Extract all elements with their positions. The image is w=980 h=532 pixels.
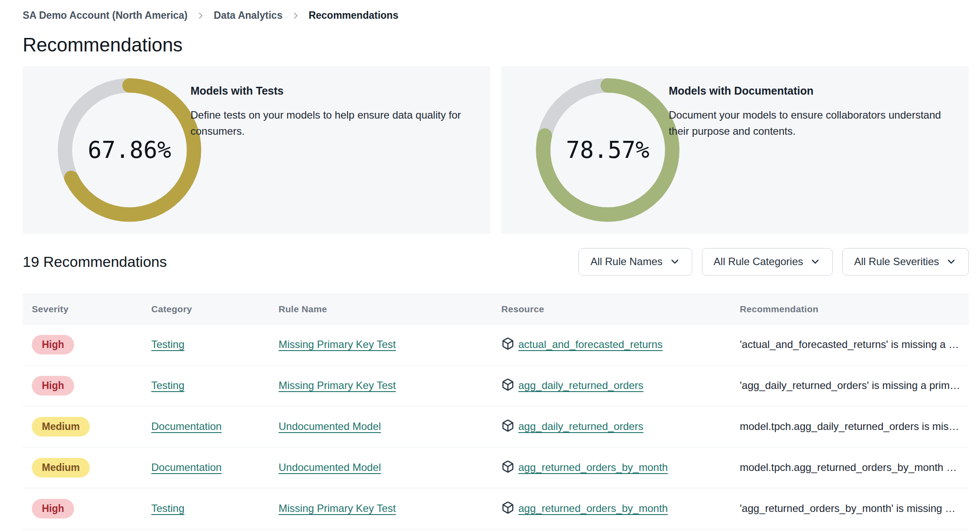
rule-names-filter[interactable]: All Rule Names — [578, 248, 692, 276]
table-row: Medium Documentation Undocumented Model … — [23, 447, 969, 488]
page-title: Recommendations — [23, 34, 969, 57]
severity-badge: Medium — [32, 458, 90, 477]
filter-label: All Rule Categories — [714, 256, 803, 268]
table-row: High Testing Missing Primary Key Test ac… — [23, 324, 969, 365]
model-cube-icon — [501, 460, 514, 475]
card-description: Define tests on your models to help ensu… — [191, 107, 466, 139]
breadcrumb-project[interactable]: Data Analytics — [214, 10, 282, 21]
category-link[interactable]: Testing — [151, 379, 184, 391]
breadcrumb: SA Demo Account (North America) Data Ana… — [23, 10, 969, 21]
recommendations-count: 19 Recommendations — [23, 253, 167, 270]
models-with-tests-donut: 67.86% — [58, 78, 201, 222]
category-link[interactable]: Documentation — [151, 461, 221, 473]
category-link[interactable]: Documentation — [151, 420, 221, 432]
recommendations-page: SA Demo Account (North America) Data Ana… — [23, 10, 969, 529]
rule-name-link[interactable]: Undocumented Model — [279, 461, 381, 473]
table-body: High Testing Missing Primary Key Test ac… — [23, 324, 969, 529]
column-header-severity: Severity — [32, 304, 151, 314]
models-with-documentation-card: 78.57% Models with Documentation Documen… — [501, 66, 969, 234]
chevron-down-icon — [669, 256, 681, 267]
recommendation-text: 'actual_and_forecasted_returns' is missi… — [740, 338, 969, 351]
recommendation-text: 'agg_returned_orders_by_month' is missin… — [740, 502, 969, 515]
model-cube-icon — [501, 337, 514, 352]
filter-label: All Rule Severities — [854, 256, 939, 268]
severity-badge: Medium — [32, 417, 90, 437]
model-cube-icon — [501, 419, 514, 434]
table-row: High Testing Missing Primary Key Test ag… — [23, 488, 969, 529]
recommendation-text: 'agg_daily_returned_orders' is missing a… — [740, 379, 969, 392]
filter-bar: All Rule Names All Rule Categories All R… — [578, 248, 969, 276]
resource-link[interactable]: actual_and_forecasted_returns — [518, 338, 663, 351]
list-header: 19 Recommendations All Rule Names All Ru… — [23, 248, 969, 276]
column-header-recommendation: Recommendation — [740, 304, 969, 314]
resource-link[interactable]: agg_returned_orders_by_month — [518, 502, 668, 515]
recommendations-table: Severity Category Rule Name Resource Rec… — [23, 294, 969, 529]
chevron-down-icon — [946, 256, 957, 267]
filter-label: All Rule Names — [590, 256, 662, 268]
breadcrumb-account[interactable]: SA Demo Account (North America) — [23, 10, 187, 21]
model-cube-icon — [501, 501, 514, 516]
chevron-right-icon — [196, 11, 205, 20]
models-with-documentation-donut: 78.57% — [536, 78, 680, 222]
models-with-tests-card: 67.86% Models with Tests Define tests on… — [23, 66, 490, 234]
resource-link[interactable]: agg_daily_returned_orders — [518, 420, 643, 433]
rule-categories-filter[interactable]: All Rule Categories — [702, 248, 833, 276]
table-header: Severity Category Rule Name Resource Rec… — [23, 294, 969, 324]
card-description: Document your models to ensure collabora… — [669, 107, 945, 139]
card-title: Models with Tests — [191, 85, 466, 97]
rule-name-link[interactable]: Missing Primary Key Test — [279, 502, 396, 514]
chevron-right-icon — [291, 11, 300, 20]
card-title: Models with Documentation — [669, 85, 945, 97]
summary-cards: 67.86% Models with Tests Define tests on… — [23, 66, 969, 234]
table-row: High Testing Missing Primary Key Test ag… — [23, 365, 969, 406]
table-row: Medium Documentation Undocumented Model … — [23, 406, 969, 447]
category-link[interactable]: Testing — [151, 502, 184, 514]
documentation-percent-value: 78.57% — [536, 78, 680, 222]
severity-badge: High — [32, 335, 74, 355]
breadcrumb-current: Recommendations — [309, 10, 398, 21]
resource-link[interactable]: agg_returned_orders_by_month — [518, 461, 668, 474]
tests-percent-value: 67.86% — [58, 78, 201, 222]
rule-name-link[interactable]: Missing Primary Key Test — [279, 379, 396, 391]
category-link[interactable]: Testing — [151, 338, 184, 350]
resource-link[interactable]: agg_daily_returned_orders — [518, 379, 643, 392]
column-header-category: Category — [151, 304, 279, 314]
rule-severities-filter[interactable]: All Rule Severities — [842, 248, 969, 276]
column-header-resource: Resource — [501, 304, 740, 314]
chevron-down-icon — [810, 256, 821, 267]
rule-name-link[interactable]: Missing Primary Key Test — [279, 338, 396, 350]
column-header-rule-name: Rule Name — [279, 304, 501, 314]
severity-badge: High — [32, 499, 74, 518]
recommendation-text: model.tpch.agg_returned_orders_by_month … — [740, 461, 969, 474]
model-cube-icon — [501, 378, 514, 393]
severity-badge: High — [32, 376, 74, 396]
rule-name-link[interactable]: Undocumented Model — [279, 420, 381, 432]
recommendation-text: model.tpch.agg_daily_returned_orders is … — [740, 420, 969, 433]
